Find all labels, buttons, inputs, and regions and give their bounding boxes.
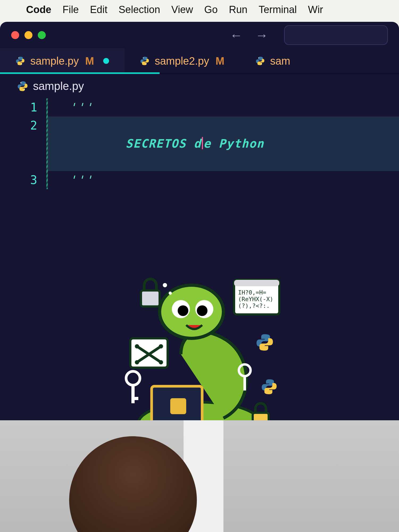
svg-text:(ReYHX(-X): (ReYHX(-X) xyxy=(238,296,273,302)
menu-terminal[interactable]: Terminal xyxy=(259,4,297,15)
svg-rect-23 xyxy=(243,376,246,390)
svg-point-5 xyxy=(261,64,262,64)
app-window-icon xyxy=(130,338,168,368)
python-logo-icon xyxy=(262,379,277,394)
svg-point-36 xyxy=(163,283,167,287)
text-cursor-icon xyxy=(202,137,203,149)
tab-label: sample.py xyxy=(30,55,79,67)
tab-label: sample2.py xyxy=(155,55,209,67)
svg-rect-21 xyxy=(131,397,138,400)
python-file-icon xyxy=(15,56,25,66)
svg-rect-17 xyxy=(141,290,160,306)
menu-view[interactable]: View xyxy=(171,4,193,15)
tab-label: sam xyxy=(270,55,290,67)
menu-run[interactable]: Run xyxy=(229,4,247,15)
nav-forward-icon[interactable]: → xyxy=(255,28,268,43)
code-line: 3 ''' xyxy=(0,171,399,189)
tab-sample2-py[interactable]: sample2.py M xyxy=(124,48,240,73)
python-file-icon xyxy=(140,56,149,66)
tab-dirty-icon xyxy=(103,58,109,64)
code-line: 2 SECRETOS de Python xyxy=(0,117,399,171)
menu-truncated[interactable]: Wir xyxy=(308,4,323,15)
line-number: 2 xyxy=(0,117,48,171)
python-file-icon xyxy=(255,56,265,66)
code-editor[interactable]: 1 ''' 2 SECRETOS de Python 3 ''' xyxy=(0,98,399,189)
titlebar: ← → xyxy=(0,22,399,48)
nav-back-icon[interactable]: ← xyxy=(230,28,243,43)
code-text: ''' xyxy=(48,171,93,189)
menu-app[interactable]: Code xyxy=(26,4,51,15)
svg-point-0 xyxy=(18,57,19,58)
breadcrumb-file: sample.py xyxy=(33,80,84,93)
nav-arrows: ← → xyxy=(230,28,268,43)
menu-edit[interactable]: Edit xyxy=(90,4,107,15)
presenter-webcam xyxy=(0,420,399,532)
menu-go[interactable]: Go xyxy=(204,4,218,15)
svg-rect-16 xyxy=(170,398,186,414)
svg-point-2 xyxy=(143,57,143,58)
maximize-icon[interactable] xyxy=(38,31,46,39)
svg-point-29 xyxy=(135,360,139,364)
breadcrumb[interactable]: sample.py xyxy=(0,74,399,98)
tab-modified-indicator: M xyxy=(215,55,224,67)
code-text: SECRETOS de Python xyxy=(48,117,399,171)
python-logo-icon xyxy=(256,334,273,351)
svg-point-19 xyxy=(126,371,140,385)
active-tab-indicator xyxy=(0,72,160,74)
svg-point-1 xyxy=(21,64,22,64)
tab-sample-py[interactable]: sample.py M xyxy=(0,48,124,73)
svg-point-7 xyxy=(24,89,25,90)
menu-selection[interactable]: Selection xyxy=(119,4,160,15)
command-center-input[interactable] xyxy=(284,25,388,45)
close-icon[interactable] xyxy=(11,31,19,39)
svg-point-4 xyxy=(258,57,259,58)
svg-text:(?),?<?:.: (?),?<?:. xyxy=(238,302,270,309)
svg-point-27 xyxy=(135,344,139,348)
svg-point-12 xyxy=(178,305,188,316)
code-window-icon: IH?0,=H= (ReYHX(-X) (?),?<?:. xyxy=(234,280,279,314)
svg-rect-32 xyxy=(234,280,279,286)
line-number: 3 xyxy=(0,171,48,189)
key-icon xyxy=(126,371,140,403)
svg-text:IH?0,=H=: IH?0,=H= xyxy=(238,289,266,296)
svg-point-3 xyxy=(146,64,147,64)
window-controls xyxy=(11,31,46,39)
python-snake-illustration: IH?0,=H= (ReYHX(-X) (?),?<?:. xyxy=(85,253,309,426)
svg-point-28 xyxy=(159,344,163,348)
minimize-icon[interactable] xyxy=(24,31,32,39)
svg-point-30 xyxy=(159,360,163,364)
line-number: 1 xyxy=(0,98,48,117)
svg-rect-20 xyxy=(131,385,135,403)
editor-tabs: sample.py M sample2.py M sam xyxy=(0,48,399,74)
python-file-icon xyxy=(17,81,28,92)
tab-truncated[interactable]: sam xyxy=(240,48,306,73)
svg-point-6 xyxy=(20,82,22,83)
code-line: 1 ''' xyxy=(0,98,399,117)
lock-icon xyxy=(141,279,160,306)
menu-file[interactable]: File xyxy=(63,4,79,15)
code-text: ''' xyxy=(48,98,93,117)
svg-point-37 xyxy=(169,292,172,295)
mac-menubar: Code File Edit Selection View Go Run Ter… xyxy=(0,0,399,19)
editor-window: ← → sample.py M sample2.py M sam xyxy=(0,22,399,426)
svg-point-14 xyxy=(197,305,207,316)
tab-modified-indicator: M xyxy=(85,55,94,67)
